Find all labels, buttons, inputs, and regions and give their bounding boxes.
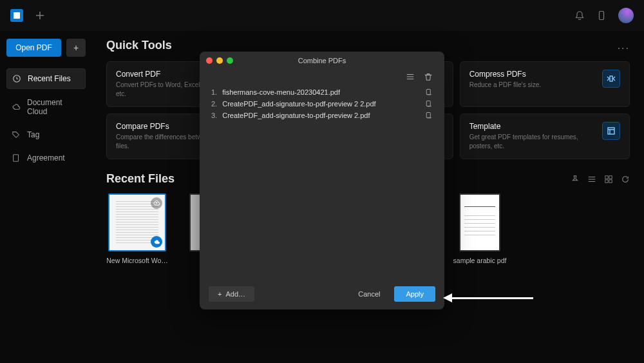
close-window-icon[interactable] [206, 57, 213, 64]
page-range-icon[interactable] [425, 112, 433, 119]
recent-file-card[interactable]: sample arabic pdf [449, 193, 511, 264]
minimize-window-icon[interactable] [216, 57, 223, 64]
file-row-number: 3. [211, 112, 217, 119]
refresh-icon[interactable] [621, 175, 630, 184]
sidebar-item-label: Tag [27, 130, 39, 139]
clock-icon [12, 74, 21, 83]
sidebar-item-label: Recent Files [28, 74, 71, 83]
window-controls[interactable] [206, 57, 233, 64]
sidebar-item-agreement[interactable]: Agreement [6, 148, 86, 168]
svg-rect-11 [426, 101, 430, 106]
svg-rect-2 [14, 155, 19, 162]
tool-card-compress-pdfs[interactable]: Compress PDFs Reduce a PDF file's size. [460, 61, 630, 107]
recent-files-title: Recent Files [106, 172, 175, 186]
document-icon [12, 153, 21, 162]
tool-card-title: Compress PDFs [469, 70, 541, 79]
cancel-button[interactable]: Cancel [350, 286, 388, 302]
add-button-label: Add… [225, 290, 245, 298]
svg-rect-12 [426, 113, 430, 118]
svg-rect-6 [605, 175, 608, 178]
sidebar-item-label: Agreement [27, 153, 65, 162]
file-row-name: fishermans-cove-menu-20230421.pdf [222, 88, 340, 96]
apply-button[interactable]: Apply [394, 286, 435, 302]
svg-rect-8 [605, 179, 608, 182]
add-files-button[interactable]: + Add… [209, 286, 254, 302]
delete-icon[interactable] [424, 72, 433, 81]
file-name-label: sample arabic pdf [449, 257, 511, 264]
combine-file-row[interactable]: 2. CreatePDF_add-signature-to-pdf-previe… [211, 98, 433, 110]
file-name-label: New Microsoft Wo… [106, 257, 168, 264]
svg-rect-9 [609, 179, 612, 182]
combine-file-row[interactable]: 3. CreatePDF_add-signature-to-pdf-previe… [211, 110, 433, 121]
combine-file-row[interactable]: 1. fishermans-cove-menu-20230421.pdf [211, 86, 433, 98]
combine-pdfs-dialog: Combine PDFs 1. fishermans-cove-menu-202… [200, 52, 444, 309]
dialog-title: Combine PDFs [298, 57, 346, 64]
file-row-name: CreatePDF_add-signature-to-pdf-preview 2… [222, 100, 375, 108]
quick-tools-title: Quick Tools [106, 39, 630, 52]
file-thumbnail [459, 193, 500, 251]
notifications-icon[interactable] [574, 10, 585, 21]
page-range-icon[interactable] [425, 100, 433, 108]
svg-rect-7 [609, 175, 612, 178]
svg-rect-5 [608, 128, 614, 134]
file-thumbnail [108, 193, 166, 251]
device-icon[interactable] [596, 10, 607, 21]
list-toggle-icon[interactable] [406, 72, 415, 81]
cloud-synced-icon [151, 236, 162, 248]
svg-rect-10 [426, 90, 430, 95]
sidebar-item-label: Document Cloud [27, 98, 80, 116]
recent-file-card[interactable]: New Microsoft Wo… [106, 193, 168, 264]
compress-icon [602, 70, 620, 88]
grid-view-icon[interactable] [604, 175, 613, 184]
maximize-window-icon[interactable] [227, 57, 233, 64]
tool-card-desc: Get great PDF templates for resumes, pos… [469, 133, 579, 151]
svg-rect-4 [610, 76, 612, 81]
dialog-titlebar: Combine PDFs [200, 52, 444, 70]
app-logo-icon [10, 9, 23, 22]
file-row-name: CreatePDF_add-signature-to-pdf-preview 2… [222, 112, 370, 119]
cloud-upload-icon [151, 197, 162, 209]
sidebar-item-document-cloud[interactable]: Document Cloud [6, 93, 86, 121]
pin-icon[interactable] [571, 175, 580, 184]
sidebar: Open PDF + Recent Files Document Cloud T… [0, 31, 92, 363]
more-button[interactable]: ··· [618, 43, 630, 54]
open-pdf-plus-button[interactable]: + [66, 39, 86, 57]
page-range-icon[interactable] [425, 88, 433, 96]
cloud-icon [12, 103, 21, 112]
plus-icon: + [218, 290, 222, 298]
list-view-icon[interactable] [587, 175, 596, 184]
file-row-number: 1. [211, 88, 217, 96]
sidebar-item-tag[interactable]: Tag [6, 125, 86, 144]
tag-icon [12, 130, 21, 139]
tool-card-desc: Reduce a PDF file's size. [469, 81, 541, 90]
sidebar-item-recent-files[interactable]: Recent Files [6, 68, 86, 89]
file-row-number: 2. [211, 100, 217, 108]
open-pdf-button[interactable]: Open PDF [6, 39, 61, 57]
svg-rect-0 [600, 12, 604, 20]
app-titlebar [0, 0, 644, 31]
template-icon [602, 122, 620, 140]
new-tab-button[interactable] [35, 10, 45, 21]
tool-card-title: Template [469, 122, 579, 131]
tool-card-template[interactable]: Template Get great PDF templates for res… [460, 113, 630, 159]
user-avatar[interactable] [618, 8, 634, 23]
